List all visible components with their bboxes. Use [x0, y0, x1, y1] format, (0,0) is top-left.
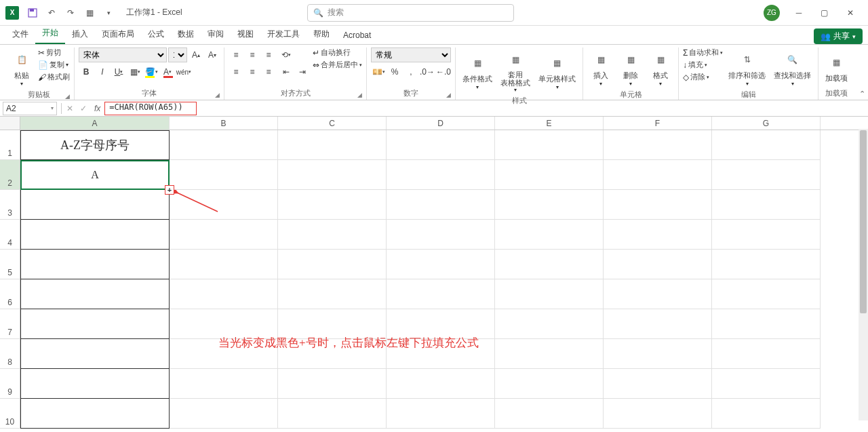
align-top-button[interactable]: ≡ [229, 47, 243, 62]
cell-A5[interactable] [20, 250, 170, 279]
row-header-4[interactable]: 4 [0, 220, 20, 250]
find-select-button[interactable]: 🔍查找和选择▾ [771, 47, 814, 88]
name-box[interactable]: A2▾ [3, 102, 57, 115]
cut-button[interactable]: ✂剪切 [38, 47, 70, 58]
paste-button[interactable]: 📋 粘贴 ▾ [8, 47, 35, 88]
fill-button[interactable]: ↓填充▾ [683, 60, 723, 70]
cell[interactable] [278, 250, 387, 279]
cell-A4[interactable] [20, 220, 170, 250]
sort-filter-button[interactable]: ⇅排序和筛选▾ [726, 47, 768, 88]
conditional-format-button[interactable]: ▦条件格式▾ [460, 47, 495, 94]
collapse-ribbon-icon[interactable]: ⌃ [859, 90, 865, 98]
column-header-D[interactable]: D [387, 117, 495, 130]
dialog-launcher-icon[interactable]: ◢ [215, 92, 220, 98]
cell[interactable] [712, 369, 821, 399]
cell[interactable] [495, 339, 604, 369]
tab-formulas[interactable]: 公式 [141, 24, 171, 44]
cell-A7[interactable] [20, 309, 170, 339]
cell-A6[interactable] [20, 279, 170, 309]
decrease-indent-button[interactable]: ⇤ [279, 64, 294, 79]
increase-indent-button[interactable]: ⇥ [295, 64, 310, 79]
undo-icon[interactable]: ↶ [43, 5, 60, 21]
tab-file[interactable]: 文件 [5, 24, 35, 44]
cell[interactable] [604, 190, 712, 220]
format-cells-button[interactable]: ▦格式▾ [647, 47, 674, 88]
number-format-select[interactable]: 常规 [371, 47, 451, 62]
fill-handle[interactable]: + [165, 185, 174, 195]
column-header-C[interactable]: C [278, 117, 387, 130]
cell[interactable] [387, 279, 495, 309]
cell[interactable] [387, 399, 495, 429]
decrease-font-button[interactable]: A▾ [205, 47, 220, 62]
row-header-10[interactable]: 10 [0, 399, 20, 429]
search-input[interactable]: 🔍 搜索 [307, 4, 514, 22]
column-header-E[interactable]: E [495, 117, 604, 130]
cell[interactable] [712, 339, 821, 369]
cell-F2[interactable] [604, 160, 712, 190]
spreadsheet-grid[interactable]: 1 A-Z字母序号 2 A 3 4 5 6 7 8 9 10 + [0, 130, 868, 432]
increase-font-button[interactable]: A▴ [189, 47, 203, 62]
row-header-5[interactable]: 5 [0, 250, 20, 279]
cell-A2[interactable]: A [20, 160, 170, 190]
chevron-down-icon[interactable]: ▾ [51, 105, 54, 111]
font-color-button[interactable]: A▾ [160, 64, 175, 79]
row-header-8[interactable]: 8 [0, 339, 20, 369]
cell-G2[interactable] [712, 160, 821, 190]
cell-A9[interactable] [20, 369, 170, 399]
cell[interactable] [170, 399, 278, 429]
cell[interactable] [495, 220, 604, 250]
save-icon[interactable] [24, 5, 41, 21]
formula-input[interactable]: =CHAR(ROW(A65)) [104, 102, 197, 115]
enter-formula-button[interactable]: ✓ [77, 102, 90, 115]
qat-customize-icon[interactable]: ▦ [81, 5, 98, 21]
cell-E1[interactable] [495, 130, 604, 160]
cell[interactable] [495, 399, 604, 429]
align-right-button[interactable]: ≡ [261, 64, 276, 79]
cell-style-button[interactable]: ▦单元格样式▾ [536, 47, 578, 94]
cell[interactable] [495, 309, 604, 339]
cell[interactable] [604, 250, 712, 279]
insert-cells-button[interactable]: ▦插入▾ [587, 47, 614, 88]
cell-A1[interactable]: A-Z字母序号 [20, 130, 170, 160]
cell[interactable] [712, 309, 821, 339]
phonetic-button[interactable]: wén▾ [176, 64, 191, 79]
align-center-button[interactable]: ≡ [245, 64, 260, 79]
cell[interactable] [387, 250, 495, 279]
row-header-2[interactable]: 2 [0, 160, 20, 190]
merge-button[interactable]: ⇔合并后居中▾ [313, 60, 362, 70]
cell-A8[interactable] [20, 339, 170, 369]
minimize-button[interactable]: ─ [792, 6, 806, 20]
column-header-F[interactable]: F [604, 117, 712, 130]
qat-dropdown-icon[interactable]: ▾ [100, 5, 117, 21]
cell[interactable] [278, 279, 387, 309]
tab-data[interactable]: 数据 [171, 24, 201, 44]
addin-button[interactable]: ▦加载项 [823, 47, 850, 87]
cell[interactable] [604, 220, 712, 250]
row-header-7[interactable]: 7 [0, 309, 20, 339]
increase-decimal-button[interactable]: .0→ [420, 64, 435, 79]
cell[interactable] [170, 369, 278, 399]
align-left-button[interactable]: ≡ [229, 64, 243, 79]
cell[interactable] [604, 309, 712, 339]
scrollbar-thumb[interactable] [860, 130, 867, 313]
tab-help[interactable]: 帮助 [307, 24, 336, 44]
cell-A3[interactable] [20, 190, 170, 220]
cell-E2[interactable] [495, 160, 604, 190]
tab-pagelayout[interactable]: 页面布局 [95, 24, 141, 44]
border-button[interactable]: ▦▾ [127, 64, 142, 79]
cell[interactable] [495, 190, 604, 220]
close-button[interactable]: ✕ [844, 6, 857, 20]
cell-D2[interactable] [387, 160, 495, 190]
font-size-select[interactable]: 14 [168, 47, 187, 62]
cell[interactable] [170, 190, 278, 220]
column-header-A[interactable]: A [20, 117, 170, 130]
align-middle-button[interactable]: ≡ [245, 47, 260, 62]
select-all-corner[interactable] [0, 117, 20, 130]
underline-button[interactable]: U▾ [111, 64, 126, 79]
cell[interactable] [604, 399, 712, 429]
cell[interactable] [712, 250, 821, 279]
cell[interactable] [712, 279, 821, 309]
fill-color-button[interactable]: 🪣▾ [144, 64, 159, 79]
cell-A10[interactable] [20, 399, 170, 429]
cell-B1[interactable] [170, 130, 278, 160]
